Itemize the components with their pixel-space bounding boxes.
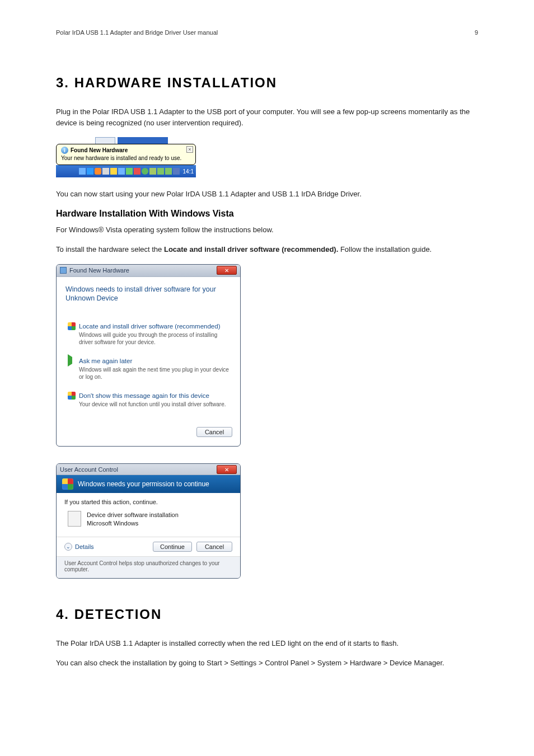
doc-title: Polar IrDA USB 1.1 Adapter and Bridge Dr… <box>56 29 218 36</box>
xp-tab <box>95 137 115 144</box>
xp-taskbar: 14:1 <box>56 165 196 177</box>
tray-icon <box>173 168 180 175</box>
uac-program-name: Device driver software installation <box>87 511 179 519</box>
uac-banner: Windows needs your permission to continu… <box>57 475 240 493</box>
section-3-p3: For Windows® Vista operating system foll… <box>56 224 478 236</box>
xp-tab <box>118 137 168 144</box>
tray-icon <box>142 168 148 175</box>
vista-window-title: Found New Hardware <box>69 267 129 274</box>
xp-balloon-title: Found New Hardware <box>71 147 128 153</box>
tray-icon <box>134 168 140 175</box>
section-3-p2: You can now start using your new Polar I… <box>56 189 478 200</box>
details-label: Details <box>75 543 94 550</box>
shield-icon <box>68 322 76 330</box>
uac-dialog: User Account Control ✕ Windows needs you… <box>56 463 241 579</box>
uac-program-publisher: Microsoft Windows <box>87 519 179 528</box>
option-ask-later[interactable]: Ask me again later Windows will ask agai… <box>65 354 231 386</box>
option-title: Locate and install driver software (reco… <box>79 323 220 330</box>
uac-window-title: User Account Control <box>60 466 118 473</box>
section-4-p2: You can also check the installation by g… <box>56 658 478 669</box>
vista-subheading: Hardware Installation With Windows Vista <box>56 209 478 219</box>
tray-icon <box>165 168 172 175</box>
cancel-button[interactable]: Cancel <box>196 542 232 552</box>
cancel-button[interactable]: Cancel <box>196 427 232 437</box>
close-button[interactable]: ✕ <box>217 465 237 474</box>
tray-icon <box>102 168 109 175</box>
tray-icon <box>79 168 86 175</box>
xp-balloon-text: Your new hardware is installed and ready… <box>61 155 191 161</box>
xp-balloon: i Found New Hardware × Your new hardware… <box>56 144 196 165</box>
shield-icon <box>68 392 76 400</box>
p4-bold: Locate and install driver software (reco… <box>164 245 338 253</box>
page-number: 9 <box>475 29 478 36</box>
section-3-p4: To install the hardware select the Locat… <box>56 244 478 255</box>
uac-titlebar: User Account Control ✕ <box>57 464 240 475</box>
tray-icon <box>87 168 93 175</box>
option-title: Don't show this message again for this d… <box>79 392 209 399</box>
vista-dialog-heading: Windows needs to install driver software… <box>65 285 231 304</box>
taskbar-clock: 14:1 <box>183 168 194 175</box>
chevron-down-icon: ⌄ <box>64 543 72 551</box>
xp-found-new-hardware-figure: i Found New Hardware × Your new hardware… <box>56 137 196 177</box>
shield-icon <box>62 478 73 490</box>
section-3-p1: Plug in the Polar IRDA USB 1.1 Adapter t… <box>56 106 478 128</box>
uac-program-info: Device driver software installation Micr… <box>68 511 232 528</box>
p4-post: Follow the installation guide. <box>338 245 432 253</box>
tray-icon <box>126 168 133 175</box>
uac-instruction: If you started this action, continue. <box>64 499 232 505</box>
option-subtext: Windows will ask again the next time you… <box>79 366 229 381</box>
arrow-right-icon <box>68 357 76 365</box>
close-icon[interactable]: × <box>186 146 193 153</box>
option-dont-show[interactable]: Don't show this message again for this d… <box>65 388 231 414</box>
section-4-p1: The Polar IrDA USB 1.1 Adapter is instal… <box>56 638 478 649</box>
info-icon: i <box>61 147 68 154</box>
close-button[interactable]: ✕ <box>217 266 237 275</box>
window-icon <box>60 267 67 274</box>
tray-icon <box>149 168 156 175</box>
tray-icon <box>110 168 117 175</box>
section-4-heading: 4. DETECTION <box>56 607 478 622</box>
option-locate-install[interactable]: Locate and install driver software (reco… <box>65 319 231 351</box>
uac-footer-text: User Account Control helps stop unauthor… <box>57 556 240 578</box>
tray-icon <box>118 168 125 175</box>
program-icon <box>68 511 81 527</box>
tray-icon <box>157 168 164 175</box>
vista-found-new-hardware-dialog: Found New Hardware ✕ Windows needs to in… <box>56 264 241 447</box>
vista-titlebar: Found New Hardware ✕ <box>57 265 240 277</box>
tray-icon <box>95 168 101 175</box>
p4-pre: To install the hardware select the <box>56 245 164 253</box>
option-subtext: Windows will guide you through the proce… <box>79 331 229 346</box>
option-title: Ask me again later <box>79 358 132 364</box>
option-subtext: Your device will not function until you … <box>79 401 229 408</box>
xp-tabstrip <box>95 137 196 144</box>
continue-button[interactable]: Continue <box>153 542 192 552</box>
details-toggle[interactable]: ⌄ Details <box>64 543 94 551</box>
uac-banner-text: Windows needs your permission to continu… <box>78 480 209 488</box>
section-3-heading: 3. HARDWARE INSTALLATION <box>56 75 478 91</box>
